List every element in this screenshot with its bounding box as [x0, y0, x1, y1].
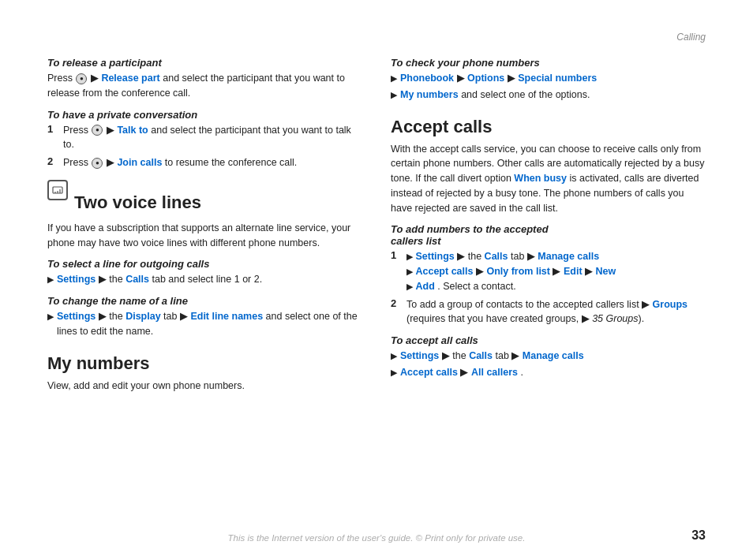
section-select-line: To select a line for outgoing calls ▶ Se…: [47, 258, 362, 287]
section-release-participant: To release a participant Press ● ▶ Relea…: [47, 57, 362, 101]
circle-button-talk: ●: [92, 125, 103, 136]
calls-h1: Calls: [126, 274, 149, 285]
groups-ref: 35 Groups: [592, 313, 638, 324]
right-column: To check your phone numbers ▶ Phonebook …: [391, 57, 706, 393]
section-change-name: To change the name of a line ▶ Settings …: [47, 295, 362, 339]
bullet-arrow-1: ▶: [47, 273, 54, 286]
section-private-title: To have a private conversation: [47, 109, 362, 121]
accept-all-title: To accept all calls: [391, 334, 706, 346]
section-my-numbers: My numbers View, add and edit your own p…: [47, 353, 362, 394]
accept-calls-desc: With the accept calls service, you can c…: [391, 142, 706, 216]
settings-h2: Settings: [57, 311, 96, 322]
page: Calling To release a participant Press ●…: [0, 0, 753, 560]
section-two-voice-lines: Two voice lines If you have a subscripti…: [47, 178, 362, 251]
page-number: 33: [691, 528, 706, 543]
add-item1-body: ▶ Settings ▶ the Calls tab ▶ Manage call…: [406, 249, 616, 293]
content-area: To release a participant Press ● ▶ Relea…: [47, 57, 706, 393]
section-accept-all: To accept all calls ▶ Settings ▶ the Cal…: [391, 334, 706, 380]
section-add-numbers: To add numbers to the acceptedcallers li…: [391, 223, 706, 327]
two-voice-lines-header: Two voice lines: [47, 178, 362, 218]
section-check-phone: To check your phone numbers ▶ Phonebook …: [391, 57, 706, 103]
accept-all-row1: ▶ Settings ▶ the Calls tab ▶ Manage call…: [391, 349, 706, 364]
select-line-body: ▶ Settings ▶ the Calls tab and select li…: [47, 272, 362, 287]
add-numbers-item1: 1 ▶ Settings ▶ the Calls tab ▶ Manage ca…: [391, 249, 706, 293]
phone-signal-icon: [47, 180, 68, 200]
accept-all-row2: ▶ Accept calls ▶ All callers .: [391, 365, 706, 380]
accept-calls-h: Accept calls: [400, 367, 458, 378]
section-release-title: To release a participant: [47, 57, 362, 69]
item2-body: Press ● ▶ Join calls to resume the confe…: [63, 155, 297, 170]
change-name-title: To change the name of a line: [47, 295, 362, 307]
page-header: Calling: [47, 32, 706, 43]
header-label: Calling: [676, 32, 706, 43]
bullet-arrow-6: ▶: [391, 366, 397, 379]
options-h: Options: [467, 73, 504, 84]
bullet-arrow-4: ▶: [391, 88, 397, 102]
add-numbers-item2: 2 To add a group of contacts to the acce…: [391, 297, 706, 327]
bullet-arrow-2: ▶: [47, 310, 54, 323]
when-busy-h: When busy: [514, 173, 567, 184]
add-item2-body: To add a group of contacts to the accept…: [406, 297, 706, 327]
manage-calls-h: Manage calls: [523, 350, 584, 361]
bullet-arrow-3: ▶: [391, 72, 397, 85]
section-release-body: Press ● ▶ Release part and select the pa…: [47, 71, 362, 101]
check-phone-title: To check your phone numbers: [391, 57, 706, 69]
circle-button-join: ●: [92, 158, 103, 169]
footer-text: This is the Internet version of the user…: [0, 533, 753, 543]
my-numbers-desc: View, add and edit your own phone number…: [47, 379, 362, 394]
add-numbers-title: To add numbers to the acceptedcallers li…: [391, 223, 706, 247]
edit-line-names-h: Edit line names: [190, 311, 263, 322]
private-item1: 1 Press ● ▶ Talk to and select the parti…: [47, 123, 362, 153]
section-accept-calls: Accept calls With the accept calls servi…: [391, 117, 706, 216]
release-text1: Press: [47, 73, 73, 84]
settings-h3: Settings: [400, 350, 439, 361]
talk-to-highlight: Talk to: [117, 125, 148, 136]
add-num-2: 2: [391, 297, 402, 327]
private-item2: 2 Press ● ▶ Join calls to resume the con…: [47, 155, 362, 170]
release-highlight: Release part: [101, 73, 159, 84]
release-text2: and select the participant that you want…: [47, 73, 345, 99]
circle-button-release: ●: [76, 73, 87, 84]
item2-num: 2: [47, 155, 58, 170]
item1-num: 1: [47, 123, 58, 153]
select-line-title: To select a line for outgoing calls: [47, 258, 362, 270]
all-callers-h: All callers: [471, 367, 518, 378]
my-numbers-h: My numbers: [400, 89, 459, 100]
groups-h: Groups: [653, 299, 687, 310]
two-voice-lines-title: Two voice lines: [74, 192, 201, 213]
item1-body: Press ● ▶ Talk to and select the partici…: [63, 123, 362, 153]
calls-h2: Calls: [469, 350, 493, 361]
section-private-conv: To have a private conversation 1 Press ●…: [47, 109, 362, 170]
special-numbers-h: Special numbers: [518, 73, 597, 84]
two-voice-lines-desc: If you have a subscription that supports…: [47, 221, 362, 251]
settings-h1: Settings: [57, 274, 96, 285]
bullet-arrow-5: ▶: [391, 349, 397, 363]
check-phone-row2: ▶ My numbers and select one of the optio…: [391, 88, 706, 103]
check-phone-row1: ▶ Phonebook ▶ Options ▶ Special numbers: [391, 71, 706, 86]
join-calls-highlight: Join calls: [117, 157, 162, 168]
phonebook-h: Phonebook: [400, 73, 454, 84]
left-column: To release a participant Press ● ▶ Relea…: [47, 57, 362, 393]
add-num-1: 1: [391, 249, 402, 293]
accept-calls-title: Accept calls: [391, 117, 706, 137]
display-h: Display: [126, 311, 160, 322]
my-numbers-title: My numbers: [47, 353, 362, 374]
change-name-body: ▶ Settings ▶ the Display tab ▶ Edit line…: [47, 309, 362, 339]
